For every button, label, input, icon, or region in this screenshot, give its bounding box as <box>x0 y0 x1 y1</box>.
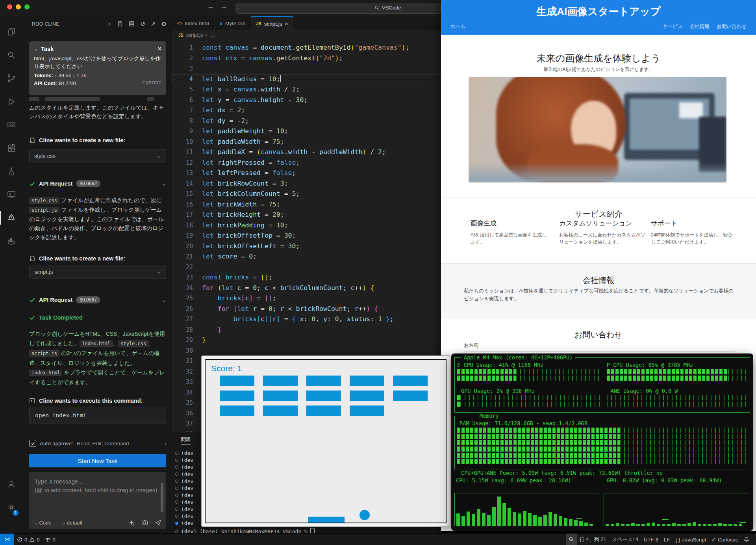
chat-input[interactable]: Type a message... (@ to add context, hol… <box>29 472 166 529</box>
enhance-sparkle-icon[interactable] <box>128 520 135 526</box>
extensions-icon[interactable] <box>0 136 22 160</box>
vm-view-icon[interactable] <box>0 183 22 206</box>
history-icon[interactable]: ↺ <box>140 20 145 28</box>
indentation-status[interactable]: スペース: 4 <box>609 534 641 545</box>
export-button[interactable]: EXPORT <box>143 80 161 85</box>
code-line[interactable]: 30 <box>172 346 441 356</box>
language-status[interactable]: { }JavaScript <box>673 534 709 545</box>
breadcrumb[interactable]: JS script.js › … <box>172 30 441 40</box>
code-line[interactable]: 7let dx = 2; <box>172 105 441 116</box>
docker-icon[interactable] <box>0 229 22 253</box>
code-line[interactable]: 24for (let c = 0; c < brickColumnCount; … <box>172 283 441 294</box>
code-line[interactable]: 6let y = canvas.height - 30; <box>172 95 441 106</box>
settings-gear-icon[interactable]: 1 <box>0 496 22 519</box>
camera-icon[interactable] <box>141 519 148 526</box>
file-field-style-css[interactable]: style.css⌄ <box>29 149 166 163</box>
code-line[interactable]: 17let brickHeight = 20; <box>172 210 441 220</box>
nav-link-company[interactable]: 会社情報 <box>690 23 710 30</box>
remote-window-button[interactable]: >< <box>0 534 14 545</box>
testing-icon[interactable] <box>0 160 22 183</box>
code-line[interactable]: 18let brickPadding = 10; <box>172 220 441 231</box>
new-task-icon[interactable]: ＋ <box>106 20 112 28</box>
code-line[interactable]: 21let score = 0; <box>172 251 441 262</box>
system-monitor-terminal[interactable]: Apple M4 Max (cores: 4E+12P+40GPU) E-CPU… <box>451 353 753 531</box>
history-bar <box>523 511 526 526</box>
tab-style-css[interactable]: # style.css <box>215 16 251 30</box>
api-request-row-1[interactable]: API Request $0.0662 ⌄ <box>29 180 166 187</box>
auto-approve-checkbox[interactable] <box>29 440 36 447</box>
code-line[interactable]: 19let brickOffsetTop = 30; <box>172 231 441 241</box>
run-debug-icon[interactable] <box>0 90 22 113</box>
code-line[interactable]: 26 for (let r = 0; r < brickRowCount; r+… <box>172 304 441 314</box>
mcp-servers-icon[interactable] <box>129 21 135 27</box>
zoom-status-button[interactable] <box>566 534 577 545</box>
code-line[interactable]: 12let rightPressed = false; <box>172 158 441 168</box>
tab-index-html[interactable]: <> index.html <box>172 16 215 30</box>
panel-settings-icon[interactable]: ⚙ <box>161 20 167 28</box>
game-browser-window[interactable]: Score: 1 <box>201 355 450 527</box>
search-view-icon[interactable] <box>0 43 22 67</box>
back-arrow-icon[interactable]: ← <box>208 3 214 11</box>
collapse-chevron-icon[interactable]: ⌄ <box>34 46 38 52</box>
roo-cline-icon[interactable] <box>0 206 22 229</box>
remote-explorer-icon[interactable] <box>0 113 22 136</box>
tab-problems[interactable]: 問題 <box>181 436 191 445</box>
code-line[interactable]: 8let dy = -2; <box>172 116 441 126</box>
command-box[interactable]: open index.html <box>29 407 166 424</box>
code-line[interactable]: 1const canvas = document.getElementById(… <box>172 43 441 53</box>
notifications-bell[interactable] <box>741 534 752 545</box>
contact-name-input[interactable] <box>464 351 736 352</box>
problems-status[interactable]: 0 0 <box>14 534 42 545</box>
history-bar <box>508 508 511 526</box>
notes-icon[interactable] <box>117 21 123 27</box>
code-line[interactable]: 9let paddleHeight = 10; <box>172 126 441 137</box>
encoding-status[interactable]: UTF-8 <box>641 534 661 545</box>
tab-script-js[interactable]: JS script.js × <box>251 16 294 30</box>
nav-link-contact[interactable]: お問い合わせ <box>717 23 747 30</box>
close-task-icon[interactable]: × <box>158 45 161 52</box>
code-line[interactable]: 15let brickColumnCount = 5; <box>172 189 441 199</box>
code-line[interactable]: 10let paddleWidth = 75; <box>172 137 441 147</box>
command-center-search[interactable]: VSCode <box>236 3 441 14</box>
code-line[interactable]: 3 <box>172 63 441 74</box>
ports-status[interactable]: 0 <box>42 534 58 545</box>
eol-status[interactable]: LF <box>661 534 673 545</box>
code-line[interactable]: 11let paddleX = (canvas.width - paddleWi… <box>172 147 441 158</box>
api-request-row-2[interactable]: API Request $0.0567 ⌄ <box>29 296 166 303</box>
file-field-script-js[interactable]: script.js⌄ <box>29 265 166 279</box>
zoom-traffic-light[interactable] <box>24 4 30 9</box>
code-line[interactable]: 20let brickOffsetLeft = 30; <box>172 241 441 252</box>
send-icon[interactable] <box>155 519 161 526</box>
scrollbar[interactable] <box>161 483 163 512</box>
code-line[interactable]: 16let brickWidth = 75; <box>172 199 441 210</box>
accounts-icon[interactable] <box>0 472 22 496</box>
code-line[interactable]: 4let ballRadius = 10; <box>172 74 441 85</box>
minimize-traffic-light[interactable] <box>16 4 21 9</box>
history-bar <box>579 521 583 526</box>
start-new-task-button[interactable]: Start New Task <box>29 454 166 467</box>
mode-select[interactable]: ⌄ Code <box>34 520 51 526</box>
open-in-editor-icon[interactable]: ↗ <box>151 20 156 28</box>
explorer-icon[interactable] <box>0 20 22 43</box>
code-line[interactable]: 2const ctx = canvas.getContext("2d"); <box>172 53 441 64</box>
code-line[interactable]: 29} <box>172 335 441 346</box>
code-line[interactable]: 25 bricks[c] = []; <box>172 293 441 304</box>
code-line[interactable]: 28 } <box>172 325 441 335</box>
code-line[interactable]: 5let x = canvas.width / 2; <box>172 84 441 95</box>
code-line[interactable]: 27 bricks[c][r] = { x: 0, y: 0, status: … <box>172 314 441 325</box>
close-tab-icon[interactable]: × <box>285 21 288 27</box>
code-line[interactable]: 23const bricks = []; <box>172 272 441 283</box>
code-line[interactable]: 22 <box>172 262 441 273</box>
forward-arrow-icon[interactable]: → <box>220 3 227 11</box>
nav-link-home[interactable]: ホーム <box>450 23 465 30</box>
cursor-position-status[interactable]: 行 4、列 21 <box>577 534 609 545</box>
auto-approve-row[interactable]: Auto-approve: Read, Edit, Command... › <box>29 440 166 447</box>
game-canvas[interactable]: Score: 1 <box>205 359 447 523</box>
code-line[interactable]: 14let brickRowCount = 3; <box>172 179 441 189</box>
source-control-icon[interactable] <box>0 67 22 90</box>
code-line[interactable]: 13let leftPressed = false; <box>172 168 441 179</box>
close-traffic-light[interactable] <box>7 4 12 9</box>
nav-link-services[interactable]: サービス <box>663 23 683 30</box>
profile-select[interactable]: ⌄ default <box>61 520 82 526</box>
continue-status[interactable]: ✓Continue <box>709 534 741 545</box>
